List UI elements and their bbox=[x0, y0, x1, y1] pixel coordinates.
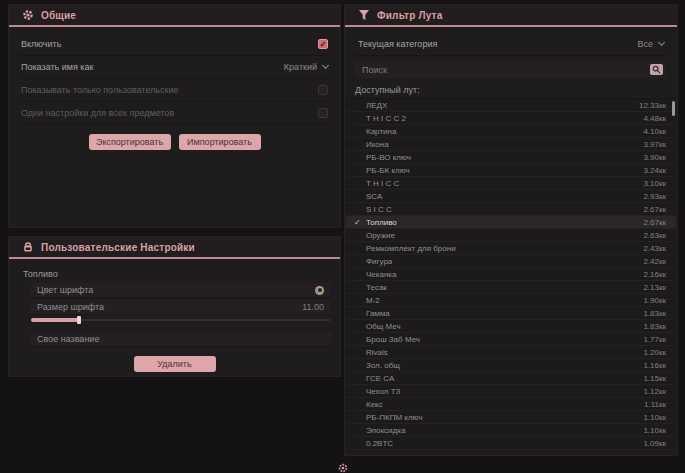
loot-list[interactable]: ЛЕДХ12.33ккT H I C C 24.48ккКартина4.10к… bbox=[346, 98, 676, 451]
loot-row[interactable]: Чехол ТЗ1.12кк bbox=[346, 385, 676, 398]
category-label: Текущая категория bbox=[358, 39, 437, 49]
loot-row[interactable]: T H I C C3.10кк bbox=[346, 177, 676, 190]
custom-settings-title: Пользовательские Настройки bbox=[41, 242, 195, 253]
loot-row[interactable]: Rivals1.20кк bbox=[346, 346, 676, 359]
loot-row[interactable]: DSPT1.00кк bbox=[346, 450, 676, 451]
loot-item-name: М-2 bbox=[366, 296, 643, 305]
font-size-label: Размер шрифта bbox=[37, 302, 104, 312]
loot-item-name: Икона bbox=[366, 140, 643, 149]
font-color-label: Цвет шрифта bbox=[37, 285, 93, 295]
loot-item-name: ГСЕ СА bbox=[366, 374, 643, 383]
loot-item-name: 0.2BTC bbox=[366, 439, 643, 448]
loot-row[interactable]: ЛЕДХ12.33кк bbox=[346, 99, 676, 112]
slider-thumb[interactable] bbox=[77, 316, 81, 324]
gear-icon bbox=[21, 9, 34, 22]
loot-item-name: РБ-ПКПМ ключ bbox=[366, 413, 643, 422]
loot-row[interactable]: Зол. общ1.16кк bbox=[346, 359, 676, 372]
loot-item-value: 1.15кк bbox=[643, 374, 666, 383]
loot-row[interactable]: Икона3.97кк bbox=[346, 138, 676, 151]
import-button[interactable]: Импортировать bbox=[179, 134, 261, 150]
loot-item-value: 4.48кк bbox=[643, 114, 666, 123]
loot-row[interactable]: Гамма1.83кк bbox=[346, 307, 676, 320]
loot-row[interactable]: SCA2.93кк bbox=[346, 190, 676, 203]
delete-button[interactable]: Удалить bbox=[134, 356, 216, 372]
chevron-down-icon bbox=[658, 39, 665, 46]
chevron-down-icon bbox=[322, 62, 329, 69]
loot-row[interactable]: Картина4.10кк bbox=[346, 125, 676, 138]
window-handle-icon[interactable] bbox=[337, 460, 349, 471]
loot-row[interactable]: РБ-ВО ключ3.90кк bbox=[346, 151, 676, 164]
loot-row[interactable]: М-21.90кк bbox=[346, 294, 676, 307]
loot-row[interactable]: Ремкомплект для брони2.43кк bbox=[346, 242, 676, 255]
loot-item-name: Общ Меч bbox=[366, 322, 643, 331]
loot-row[interactable]: T H I C C 24.48кк bbox=[346, 112, 676, 125]
loot-row[interactable]: Фигура2.42кк bbox=[346, 255, 676, 268]
setting-display-name: Показать имя как Краткий bbox=[19, 56, 330, 79]
custom-name-input[interactable] bbox=[31, 332, 332, 347]
same-settings-label: Одни настройки для всех предметов bbox=[21, 108, 174, 118]
enable-checkbox[interactable]: ✓ bbox=[318, 39, 328, 49]
custom-settings-buttons: Удалить bbox=[9, 356, 340, 372]
loot-item-value: 4.10кк bbox=[643, 127, 666, 136]
scrollbar-thumb[interactable] bbox=[672, 101, 675, 116]
loot-row[interactable]: Оружие2.63кк bbox=[346, 229, 676, 242]
general-title: Общие bbox=[41, 10, 76, 21]
loot-item-name: Rivals bbox=[366, 348, 643, 357]
loot-row[interactable]: РБ-ПКПМ ключ1.10кк bbox=[346, 411, 676, 424]
loot-row[interactable]: S I C C2.67кк bbox=[346, 203, 676, 216]
setting-only-custom: Показывать только пользовательские bbox=[19, 79, 330, 102]
loot-row[interactable]: ГСЕ СА1.15кк bbox=[346, 372, 676, 385]
loot-item-value: 12.33кк bbox=[639, 101, 666, 110]
loot-row[interactable]: ✓Топливо2.67кк bbox=[346, 216, 676, 229]
general-header: Общие bbox=[9, 5, 340, 27]
loot-item-name: Ремкомплект для брони bbox=[366, 244, 643, 253]
loot-item-value: 1.10кк bbox=[643, 413, 666, 422]
font-size-value: 11.00 bbox=[302, 302, 324, 312]
color-picker-icon[interactable] bbox=[315, 286, 324, 295]
loot-item-name: Кекс bbox=[366, 400, 644, 409]
panel-general: Общие Включить ✓ Показать имя как Кратки… bbox=[8, 4, 341, 228]
slider-fill bbox=[31, 318, 79, 322]
loot-item-name: Топливо bbox=[366, 218, 643, 227]
loot-row[interactable]: Общ Меч1.83кк bbox=[346, 320, 676, 333]
loot-item-name: Зол. общ bbox=[366, 361, 643, 370]
export-button[interactable]: Экспортировать bbox=[89, 134, 171, 150]
category-dropdown[interactable]: Все bbox=[637, 39, 664, 49]
setting-same-settings: Одни настройки для всех предметов bbox=[19, 102, 330, 125]
loot-item-value: 3.24кк bbox=[643, 166, 666, 175]
loot-item-name: Оружие bbox=[366, 231, 643, 240]
search-input[interactable] bbox=[362, 65, 650, 75]
loot-row[interactable]: Кекс1.11кк bbox=[346, 398, 676, 411]
loot-row[interactable]: 0.2BTC1.09кк bbox=[346, 437, 676, 450]
loot-item-value: 2.67кк bbox=[643, 205, 666, 214]
loot-row[interactable]: Эпоксидка1.10кк bbox=[346, 424, 676, 437]
general-buttons: Экспортировать Импортировать bbox=[9, 134, 340, 150]
setting-enable: Включить ✓ bbox=[19, 33, 330, 56]
same-settings-checkbox[interactable] bbox=[318, 108, 328, 118]
loot-row[interactable]: Тесак2.13кк bbox=[346, 281, 676, 294]
display-name-dropdown[interactable]: Краткий bbox=[284, 62, 328, 72]
loot-item-name: ЛЕДХ bbox=[366, 101, 639, 110]
loot-row[interactable]: РБ-БК ключ3.24кк bbox=[346, 164, 676, 177]
panel-loot-filter: Фильтр Лута Текущая категория Все Доступ… bbox=[344, 4, 678, 456]
loot-item-value: 2.67кк bbox=[643, 218, 666, 227]
search-icon[interactable] bbox=[650, 64, 663, 75]
loot-row[interactable]: Брош Заб Меч1.77кк bbox=[346, 333, 676, 346]
loot-item-value: 3.90кк bbox=[643, 153, 666, 162]
loot-item-value: 1.83кк bbox=[643, 309, 666, 318]
loot-item-name: Чехол ТЗ bbox=[366, 387, 643, 396]
loot-item-name: РБ-ВО ключ bbox=[366, 153, 643, 162]
loot-item-value: 1.09кк bbox=[643, 439, 666, 448]
loot-item-name: Брош Заб Меч bbox=[366, 335, 643, 344]
loot-item-name: T H I C C 2 bbox=[366, 114, 643, 123]
available-loot-label: Доступный лут: bbox=[355, 85, 667, 95]
loot-filter-title: Фильтр Лута bbox=[377, 10, 442, 21]
loot-item-value: 2.63кк bbox=[643, 231, 666, 240]
only-custom-checkbox[interactable] bbox=[318, 85, 328, 95]
font-color-row[interactable]: Цвет шрифта bbox=[31, 283, 330, 298]
loot-item-name: Эпоксидка bbox=[366, 426, 643, 435]
font-size-slider[interactable] bbox=[31, 316, 330, 324]
loot-item-value: 1.10кк bbox=[643, 426, 666, 435]
search-bar bbox=[355, 61, 667, 78]
loot-row[interactable]: Чеканка2.16кк bbox=[346, 268, 676, 281]
